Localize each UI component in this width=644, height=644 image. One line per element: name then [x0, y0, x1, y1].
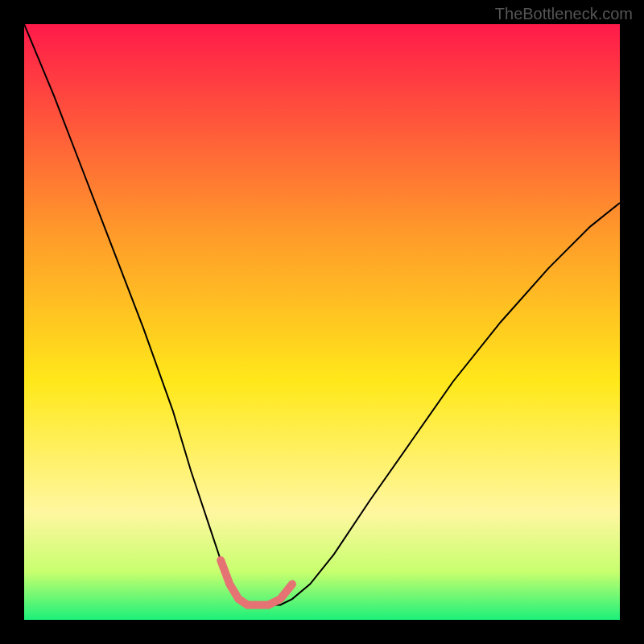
- bottleneck-chart: [24, 24, 620, 620]
- gradient-background: [24, 24, 620, 620]
- watermark-text: TheBottleneck.com: [495, 5, 633, 23]
- chart-container: TheBottleneck.com: [0, 0, 644, 644]
